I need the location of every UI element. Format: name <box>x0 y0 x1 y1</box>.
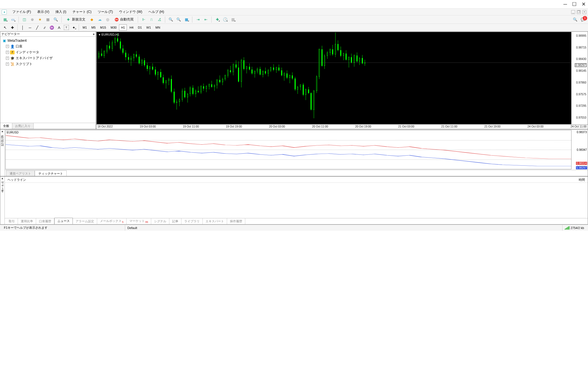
minimize-button[interactable]: ─ <box>563 2 567 7</box>
menu-help[interactable]: ヘルプ (H) <box>146 9 167 15</box>
tf-m5[interactable]: M5 <box>89 24 97 31</box>
terminal-tab-1[interactable]: 運用比率 <box>18 218 36 224</box>
terminal-tab-2[interactable]: 口座履歴 <box>36 218 54 224</box>
time-column[interactable]: 時間 <box>579 178 585 181</box>
tick-tab-tick[interactable]: ティックチャート <box>35 170 67 176</box>
channel-tool[interactable]: ⫽ <box>41 24 48 31</box>
text-tool[interactable]: A <box>56 24 62 31</box>
terminal-tab-7[interactable]: シグナル <box>151 218 169 224</box>
zoom-out-button[interactable]: 🔍 <box>175 16 182 23</box>
search-button[interactable]: 🔍 <box>572 16 578 23</box>
auto-scroll-button[interactable]: ⇥ <box>195 16 201 23</box>
signals-button[interactable]: ◎ <box>104 16 111 23</box>
status-profile[interactable]: Default <box>125 225 562 231</box>
label-tool[interactable]: T <box>63 24 70 31</box>
terminal-tab-3[interactable]: ニュース <box>54 218 73 224</box>
terminal-tab-4[interactable]: アラーム設定 <box>73 218 97 224</box>
trendline-tool[interactable]: ╱ <box>34 24 41 31</box>
tf-h1[interactable]: H1 <box>119 24 127 31</box>
mdi-restore[interactable]: ❐ <box>577 10 581 14</box>
arrows-tool[interactable]: ✦ <box>70 24 77 31</box>
arrange-windows-button[interactable]: ▦ <box>183 16 190 23</box>
candle-chart-button[interactable]: ⎍ <box>148 16 155 23</box>
expand-icon[interactable]: + <box>6 63 9 66</box>
bar-chart-button[interactable]: ⊩ <box>140 16 147 23</box>
tf-m30[interactable]: M30 <box>109 24 118 31</box>
navigator-close[interactable]: × <box>93 33 95 36</box>
new-chart-button[interactable]: ▦ <box>2 16 8 23</box>
terminal-tab-9[interactable]: ライブラリ <box>181 218 203 224</box>
zoom-in-button[interactable]: 🔍 <box>167 16 174 23</box>
mdi-minimize[interactable]: _ <box>571 10 575 14</box>
chart-canvas[interactable]: EURUSD,H1 <box>97 32 571 124</box>
fibo-tool[interactable]: ♒ <box>48 24 55 31</box>
terminal-close[interactable]: × <box>2 177 3 180</box>
expand-icon[interactable]: + <box>6 51 9 54</box>
templates-button[interactable]: ▥ <box>230 16 236 23</box>
navigator-tree[interactable]: ▣MetaTrader4 +👤口座 +fインディケータ +🎓エキスパートアドバイ… <box>0 37 96 123</box>
tf-mn[interactable]: MN <box>153 24 162 31</box>
terminal-content[interactable] <box>5 183 588 218</box>
tick-chart-canvas[interactable]: EURUSD <box>5 130 571 169</box>
vline-tool[interactable]: │ <box>19 24 26 31</box>
app-icon: ⎈ <box>2 10 7 15</box>
nav-scripts[interactable]: +📜スクリプト <box>1 61 95 67</box>
market-watch-button[interactable]: ◫ <box>21 16 28 23</box>
menu-view[interactable]: 表示 (V) <box>34 9 52 15</box>
nav-tab-all[interactable]: 全般 <box>0 123 12 129</box>
terminal-tab-10[interactable]: エキスパート <box>203 218 227 224</box>
terminal-button[interactable]: ▦ <box>45 16 51 23</box>
tick-close[interactable]: × <box>2 130 3 133</box>
main-toolbar: ▦ ▭ ◫ ⊕ ★ ▦ 🔍 ✚新規注文 ◆ ☁ ◎ ⛔自動売買 ⊩ ⎍ ⦨ 🔍 … <box>0 15 588 24</box>
cursor-tool[interactable]: ↖ <box>2 24 8 31</box>
terminal-tab-5[interactable]: メールボックス5 <box>97 218 127 224</box>
navigator-button[interactable]: ★ <box>37 16 43 23</box>
terminal-tab-0[interactable]: 取引 <box>6 218 18 224</box>
strategy-tester-button[interactable]: 🔍 <box>52 16 59 23</box>
nav-experts[interactable]: +🎓エキスパートアドバイザ <box>1 55 95 61</box>
line-chart-button[interactable]: ⦨ <box>156 16 163 23</box>
metaeditor-button[interactable]: ◆ <box>88 16 95 23</box>
periods-button[interactable]: 🕓 <box>222 16 228 23</box>
nav-accounts[interactable]: +👤口座 <box>1 43 95 49</box>
menu-window[interactable]: ウィンドウ (W) <box>116 9 145 15</box>
statusbar: F1キーでヘルプが表示されます Default 2754/2 kb <box>0 225 588 231</box>
chart[interactable]: EURUSD,H1 0.989950.987150.984300.981450.… <box>97 32 587 124</box>
data-window-button[interactable]: ⊕ <box>29 16 36 23</box>
tf-d1[interactable]: D1 <box>136 24 144 31</box>
menu-file[interactable]: ファイル (F) <box>10 9 34 15</box>
drawing-toolbar: ↖ ✚ │ ─ ╱ ⫽ ♒ A T ✦ M1 M5 M15 M30 H1 H4 … <box>0 24 588 31</box>
nav-tab-fav[interactable]: お気に入り <box>12 123 34 129</box>
expand-icon[interactable]: + <box>6 45 9 48</box>
menu-chart[interactable]: チャート (C) <box>70 9 94 15</box>
nav-root[interactable]: ▣MetaTrader4 <box>1 38 95 43</box>
chart-shift-button[interactable]: ⇤ <box>202 16 209 23</box>
menubar: ⎈ ファイル (F) 表示 (V) 挿入 (I) チャート (C) ツール (T… <box>0 8 588 15</box>
terminal-tab-8[interactable]: 記事 <box>169 218 181 224</box>
menu-insert[interactable]: 挿入 (I) <box>53 9 69 15</box>
tf-m1[interactable]: M1 <box>81 24 89 31</box>
terminal-tab-6[interactable]: マーケット86 <box>127 218 151 224</box>
profiles-button[interactable]: ▭ <box>10 16 16 23</box>
chart-yaxis: 0.989950.987150.984300.981450.978600.975… <box>571 32 587 124</box>
headline-column[interactable]: ヘッドライン <box>8 178 26 181</box>
hline-tool[interactable]: ─ <box>27 24 33 31</box>
maximize-button[interactable]: ☐ <box>572 2 577 7</box>
mdi-close[interactable]: × <box>582 10 586 14</box>
menu-tools[interactable]: ツール (T) <box>95 9 116 15</box>
indicators-button[interactable]: ✚ <box>214 16 221 23</box>
auto-trading-button[interactable]: ⛔自動売買 <box>112 16 136 23</box>
tf-m15[interactable]: M15 <box>98 24 108 31</box>
nav-indicators[interactable]: +fインディケータ <box>1 49 95 55</box>
status-connection[interactable]: 2754/2 kb <box>562 225 586 231</box>
mql-button[interactable]: ☁ <box>96 16 103 23</box>
tick-tab-pairs[interactable]: 通貨ペアリスト <box>6 170 35 176</box>
close-button[interactable]: ✕ <box>582 2 586 7</box>
alerts-button[interactable]: 💬1 <box>580 16 586 23</box>
new-order-button[interactable]: ✚新規注文 <box>64 16 87 23</box>
expand-icon[interactable]: + <box>6 57 9 60</box>
tf-w1[interactable]: W1 <box>144 24 153 31</box>
terminal-tab-11[interactable]: 操作履歴 <box>227 218 245 224</box>
tf-h4[interactable]: H4 <box>127 24 135 31</box>
crosshair-tool[interactable]: ✚ <box>9 24 16 31</box>
